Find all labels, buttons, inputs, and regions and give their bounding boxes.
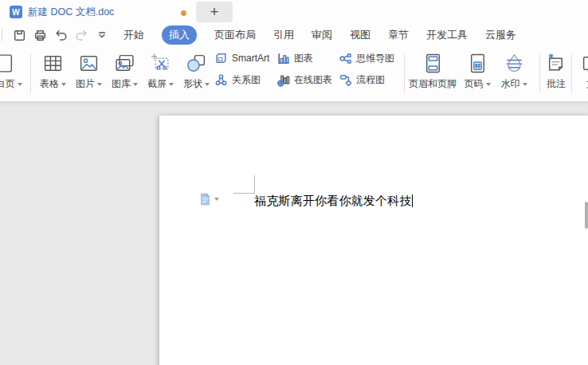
chart-icon: [276, 52, 290, 65]
ribbon-item-chart[interactable]: 图表: [276, 50, 339, 66]
ribbon-separator: [404, 53, 405, 93]
flowchart-icon: [339, 73, 352, 87]
dropdown-arrow-icon: [97, 83, 102, 86]
wps-writer-logo-icon: W: [10, 6, 22, 18]
tab-review[interactable]: 审阅: [312, 26, 332, 45]
shapes-icon: [186, 49, 207, 77]
dropdown-arrow-icon: [169, 83, 174, 86]
ribbon-item-page-number[interactable]: 页码: [460, 49, 495, 91]
dropdown-arrow-icon: [133, 83, 138, 86]
ribbon-item-watermark[interactable]: 水印: [495, 49, 533, 91]
ribbon-separator: [571, 53, 572, 93]
tab-home[interactable]: 开始: [123, 26, 144, 45]
redo-icon: [75, 29, 88, 42]
gallery-icon: [114, 49, 135, 77]
paste-options-button[interactable]: [199, 192, 219, 206]
mindmap-icon: [339, 52, 352, 65]
undo-button[interactable]: [50, 26, 71, 44]
tab-cloud-services[interactable]: 云服务: [485, 26, 516, 45]
ribbon-item-shapes[interactable]: 形状: [178, 49, 214, 91]
table-icon: [42, 49, 64, 77]
online-chart-icon: [276, 73, 290, 87]
ribbon-separator: [539, 53, 540, 93]
dropdown-arrow-icon: [61, 83, 66, 86]
ribbon-item-header-footer[interactable]: 页眉和页脚: [406, 49, 460, 91]
ribbon-separator: [30, 53, 31, 93]
ribbon-item-mindmap[interactable]: 思维导图: [339, 50, 404, 66]
dropdown-arrow-icon: [486, 83, 491, 86]
customize-toolbar-button[interactable]: [92, 26, 112, 44]
document-tab[interactable]: W 新建 DOC 文档.doc: [0, 0, 193, 24]
redo-button[interactable]: [71, 26, 92, 44]
ribbon-group-charts: 图表 在线图表: [276, 50, 339, 88]
ribbon-item-smartart[interactable]: SmartArt: [214, 50, 276, 66]
ribbon-item-textbox-partial[interactable]: 文: [575, 49, 588, 91]
document-page[interactable]: 福克斯离开你看你就发个科技: [159, 116, 588, 365]
ribbon-item-table[interactable]: 表格: [35, 49, 71, 91]
tab-section[interactable]: 章节: [388, 26, 409, 45]
paste-options-icon: [199, 192, 211, 206]
toolbar-more-icon: [96, 29, 108, 41]
ribbon-item-online-chart[interactable]: 在线图表: [276, 72, 339, 88]
title-bar: W 新建 DOC 文档.doc +: [0, 0, 588, 24]
menu-toolbar-row: 开始 插入 页面布局 引用 审阅 视图 章节 开发工具 云服务: [0, 24, 588, 46]
tab-references[interactable]: 引用: [273, 26, 294, 45]
dropdown-arrow-icon: [523, 83, 527, 86]
ribbon-tabs: 开始 插入 页面布局 引用 审阅 视图 章节 开发工具 云服务: [123, 26, 516, 45]
new-tab-button[interactable]: +: [196, 2, 233, 22]
dropdown-arrow-icon: [18, 83, 22, 86]
ribbon-group-diagrams-1: SmartArt 关系图: [214, 50, 276, 88]
dropdown-arrow-icon: [214, 198, 219, 201]
tab-page-layout[interactable]: 页面布局: [214, 26, 256, 45]
margin-crop-mark-vertical: [254, 175, 255, 194]
tab-developer-tools[interactable]: 开发工具: [426, 26, 468, 45]
comment-icon: [546, 49, 567, 77]
dropdown-arrow-icon: [205, 83, 210, 86]
text-cursor: [412, 194, 414, 207]
ribbon-item-blank-page[interactable]: 空白页: [0, 49, 27, 91]
textbox-icon: [581, 49, 588, 77]
relationship-diagram-icon: [214, 73, 228, 87]
document-text: 福克斯离开你看你就发个科技: [254, 194, 412, 207]
page-number-icon: [467, 49, 488, 77]
ribbon-item-relationship[interactable]: 关系图: [214, 72, 276, 88]
document-text-line: 福克斯离开你看你就发个科技: [254, 194, 413, 209]
unsaved-changes-dot: [181, 10, 186, 16]
save-button[interactable]: [9, 26, 29, 44]
undo-icon: [54, 29, 68, 42]
ribbon-item-gallery[interactable]: 图库: [107, 49, 143, 91]
ribbon-item-flowchart[interactable]: 流程图: [339, 72, 404, 88]
ribbon-item-comment[interactable]: 批注: [541, 49, 571, 91]
toolbar-separator: [2, 29, 2, 41]
margin-crop-mark-horizontal: [233, 193, 254, 194]
picture-icon: [78, 49, 100, 77]
document-tab-title: 新建 DOC 文档.doc: [28, 6, 114, 19]
ribbon-group-diagrams-2: 思维导图 流程图: [339, 50, 404, 88]
ribbon-item-screenshot[interactable]: 截屏: [143, 49, 178, 91]
tab-insert[interactable]: 插入: [162, 26, 197, 45]
insert-ribbon: 空白页 表格 图片: [0, 46, 588, 102]
smartart-icon: [214, 52, 228, 65]
document-workspace: 福克斯离开你看你就发个科技: [0, 102, 588, 365]
watermark-icon: [504, 49, 525, 77]
save-icon: [13, 29, 26, 42]
print-icon: [33, 29, 47, 42]
screenshot-icon: [150, 49, 171, 77]
print-button[interactable]: [29, 26, 50, 44]
tab-view[interactable]: 视图: [350, 26, 370, 45]
vertical-scrollbar-thumb[interactable]: [585, 202, 588, 229]
blank-page-icon: [0, 49, 15, 77]
ribbon-item-picture[interactable]: 图片: [71, 49, 107, 91]
header-footer-icon: [422, 49, 444, 77]
